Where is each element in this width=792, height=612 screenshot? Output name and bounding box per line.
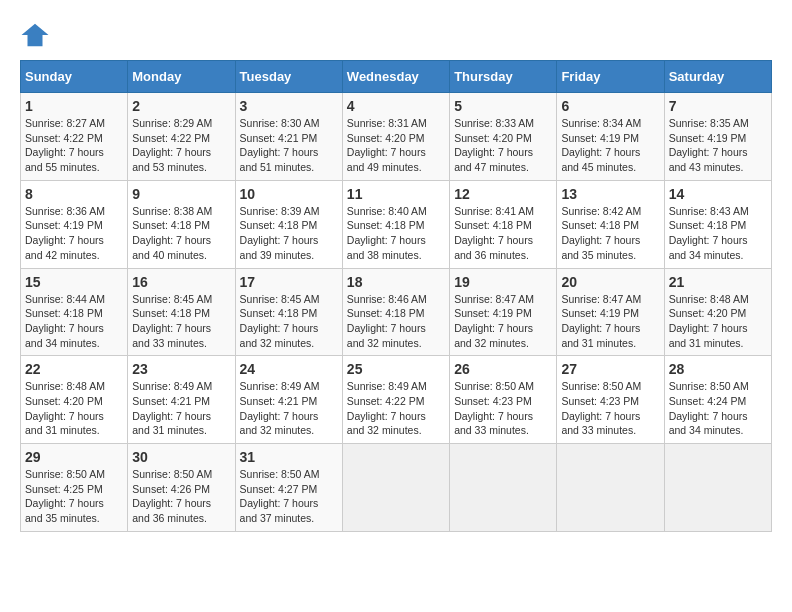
header-monday: Monday: [128, 61, 235, 93]
day-number: 12: [454, 186, 552, 202]
day-info: Sunrise: 8:29 AM Sunset: 4:22 PM Dayligh…: [132, 116, 230, 175]
day-info: Sunrise: 8:49 AM Sunset: 4:21 PM Dayligh…: [240, 379, 338, 438]
calendar-cell: 18 Sunrise: 8:46 AM Sunset: 4:18 PM Dayl…: [342, 268, 449, 356]
calendar-cell: 2 Sunrise: 8:29 AM Sunset: 4:22 PM Dayli…: [128, 93, 235, 181]
day-info: Sunrise: 8:44 AM Sunset: 4:18 PM Dayligh…: [25, 292, 123, 351]
page-header: [20, 20, 772, 50]
day-info: Sunrise: 8:48 AM Sunset: 4:20 PM Dayligh…: [25, 379, 123, 438]
day-info: Sunrise: 8:50 AM Sunset: 4:27 PM Dayligh…: [240, 467, 338, 526]
svg-marker-0: [22, 24, 49, 47]
day-info: Sunrise: 8:35 AM Sunset: 4:19 PM Dayligh…: [669, 116, 767, 175]
day-number: 27: [561, 361, 659, 377]
calendar-week-row: 15 Sunrise: 8:44 AM Sunset: 4:18 PM Dayl…: [21, 268, 772, 356]
day-number: 2: [132, 98, 230, 114]
header-wednesday: Wednesday: [342, 61, 449, 93]
day-info: Sunrise: 8:47 AM Sunset: 4:19 PM Dayligh…: [454, 292, 552, 351]
calendar-cell: 20 Sunrise: 8:47 AM Sunset: 4:19 PM Dayl…: [557, 268, 664, 356]
day-number: 10: [240, 186, 338, 202]
day-info: Sunrise: 8:30 AM Sunset: 4:21 PM Dayligh…: [240, 116, 338, 175]
day-info: Sunrise: 8:36 AM Sunset: 4:19 PM Dayligh…: [25, 204, 123, 263]
day-info: Sunrise: 8:40 AM Sunset: 4:18 PM Dayligh…: [347, 204, 445, 263]
calendar-cell: 26 Sunrise: 8:50 AM Sunset: 4:23 PM Dayl…: [450, 356, 557, 444]
calendar-cell: 27 Sunrise: 8:50 AM Sunset: 4:23 PM Dayl…: [557, 356, 664, 444]
calendar-cell: 7 Sunrise: 8:35 AM Sunset: 4:19 PM Dayli…: [664, 93, 771, 181]
day-number: 15: [25, 274, 123, 290]
logo-icon: [20, 20, 50, 50]
calendar-cell: 5 Sunrise: 8:33 AM Sunset: 4:20 PM Dayli…: [450, 93, 557, 181]
day-info: Sunrise: 8:50 AM Sunset: 4:23 PM Dayligh…: [561, 379, 659, 438]
day-info: Sunrise: 8:42 AM Sunset: 4:18 PM Dayligh…: [561, 204, 659, 263]
day-number: 18: [347, 274, 445, 290]
calendar-table: SundayMondayTuesdayWednesdayThursdayFrid…: [20, 60, 772, 532]
header-tuesday: Tuesday: [235, 61, 342, 93]
day-info: Sunrise: 8:50 AM Sunset: 4:25 PM Dayligh…: [25, 467, 123, 526]
calendar-cell: 1 Sunrise: 8:27 AM Sunset: 4:22 PM Dayli…: [21, 93, 128, 181]
day-number: 23: [132, 361, 230, 377]
calendar-header-row: SundayMondayTuesdayWednesdayThursdayFrid…: [21, 61, 772, 93]
day-info: Sunrise: 8:41 AM Sunset: 4:18 PM Dayligh…: [454, 204, 552, 263]
day-info: Sunrise: 8:38 AM Sunset: 4:18 PM Dayligh…: [132, 204, 230, 263]
calendar-week-row: 1 Sunrise: 8:27 AM Sunset: 4:22 PM Dayli…: [21, 93, 772, 181]
day-number: 13: [561, 186, 659, 202]
day-info: Sunrise: 8:50 AM Sunset: 4:24 PM Dayligh…: [669, 379, 767, 438]
header-saturday: Saturday: [664, 61, 771, 93]
day-number: 7: [669, 98, 767, 114]
day-info: Sunrise: 8:43 AM Sunset: 4:18 PM Dayligh…: [669, 204, 767, 263]
day-number: 5: [454, 98, 552, 114]
day-number: 25: [347, 361, 445, 377]
day-number: 20: [561, 274, 659, 290]
day-info: Sunrise: 8:33 AM Sunset: 4:20 PM Dayligh…: [454, 116, 552, 175]
calendar-cell: 24 Sunrise: 8:49 AM Sunset: 4:21 PM Dayl…: [235, 356, 342, 444]
calendar-cell: 14 Sunrise: 8:43 AM Sunset: 4:18 PM Dayl…: [664, 180, 771, 268]
day-number: 22: [25, 361, 123, 377]
calendar-cell: 19 Sunrise: 8:47 AM Sunset: 4:19 PM Dayl…: [450, 268, 557, 356]
calendar-cell: 29 Sunrise: 8:50 AM Sunset: 4:25 PM Dayl…: [21, 444, 128, 532]
calendar-cell: 21 Sunrise: 8:48 AM Sunset: 4:20 PM Dayl…: [664, 268, 771, 356]
calendar-cell: 28 Sunrise: 8:50 AM Sunset: 4:24 PM Dayl…: [664, 356, 771, 444]
header-sunday: Sunday: [21, 61, 128, 93]
calendar-cell: [450, 444, 557, 532]
day-number: 9: [132, 186, 230, 202]
calendar-cell: 3 Sunrise: 8:30 AM Sunset: 4:21 PM Dayli…: [235, 93, 342, 181]
day-number: 19: [454, 274, 552, 290]
calendar-cell: 15 Sunrise: 8:44 AM Sunset: 4:18 PM Dayl…: [21, 268, 128, 356]
calendar-cell: 25 Sunrise: 8:49 AM Sunset: 4:22 PM Dayl…: [342, 356, 449, 444]
calendar-cell: 10 Sunrise: 8:39 AM Sunset: 4:18 PM Dayl…: [235, 180, 342, 268]
calendar-cell: 12 Sunrise: 8:41 AM Sunset: 4:18 PM Dayl…: [450, 180, 557, 268]
calendar-cell: 9 Sunrise: 8:38 AM Sunset: 4:18 PM Dayli…: [128, 180, 235, 268]
day-info: Sunrise: 8:50 AM Sunset: 4:26 PM Dayligh…: [132, 467, 230, 526]
day-number: 8: [25, 186, 123, 202]
day-number: 4: [347, 98, 445, 114]
calendar-cell: 11 Sunrise: 8:40 AM Sunset: 4:18 PM Dayl…: [342, 180, 449, 268]
day-info: Sunrise: 8:31 AM Sunset: 4:20 PM Dayligh…: [347, 116, 445, 175]
calendar-week-row: 8 Sunrise: 8:36 AM Sunset: 4:19 PM Dayli…: [21, 180, 772, 268]
day-info: Sunrise: 8:50 AM Sunset: 4:23 PM Dayligh…: [454, 379, 552, 438]
calendar-week-row: 29 Sunrise: 8:50 AM Sunset: 4:25 PM Dayl…: [21, 444, 772, 532]
calendar-cell: [342, 444, 449, 532]
calendar-cell: [664, 444, 771, 532]
day-info: Sunrise: 8:47 AM Sunset: 4:19 PM Dayligh…: [561, 292, 659, 351]
day-info: Sunrise: 8:45 AM Sunset: 4:18 PM Dayligh…: [240, 292, 338, 351]
calendar-cell: 13 Sunrise: 8:42 AM Sunset: 4:18 PM Dayl…: [557, 180, 664, 268]
day-number: 14: [669, 186, 767, 202]
day-number: 31: [240, 449, 338, 465]
day-info: Sunrise: 8:45 AM Sunset: 4:18 PM Dayligh…: [132, 292, 230, 351]
day-info: Sunrise: 8:39 AM Sunset: 4:18 PM Dayligh…: [240, 204, 338, 263]
header-friday: Friday: [557, 61, 664, 93]
day-info: Sunrise: 8:46 AM Sunset: 4:18 PM Dayligh…: [347, 292, 445, 351]
header-thursday: Thursday: [450, 61, 557, 93]
calendar-cell: 23 Sunrise: 8:49 AM Sunset: 4:21 PM Dayl…: [128, 356, 235, 444]
day-number: 16: [132, 274, 230, 290]
calendar-cell: 4 Sunrise: 8:31 AM Sunset: 4:20 PM Dayli…: [342, 93, 449, 181]
day-number: 24: [240, 361, 338, 377]
day-info: Sunrise: 8:34 AM Sunset: 4:19 PM Dayligh…: [561, 116, 659, 175]
day-number: 3: [240, 98, 338, 114]
calendar-cell: 16 Sunrise: 8:45 AM Sunset: 4:18 PM Dayl…: [128, 268, 235, 356]
day-info: Sunrise: 8:27 AM Sunset: 4:22 PM Dayligh…: [25, 116, 123, 175]
day-number: 30: [132, 449, 230, 465]
calendar-cell: 17 Sunrise: 8:45 AM Sunset: 4:18 PM Dayl…: [235, 268, 342, 356]
calendar-cell: 8 Sunrise: 8:36 AM Sunset: 4:19 PM Dayli…: [21, 180, 128, 268]
day-number: 28: [669, 361, 767, 377]
day-number: 6: [561, 98, 659, 114]
day-number: 26: [454, 361, 552, 377]
